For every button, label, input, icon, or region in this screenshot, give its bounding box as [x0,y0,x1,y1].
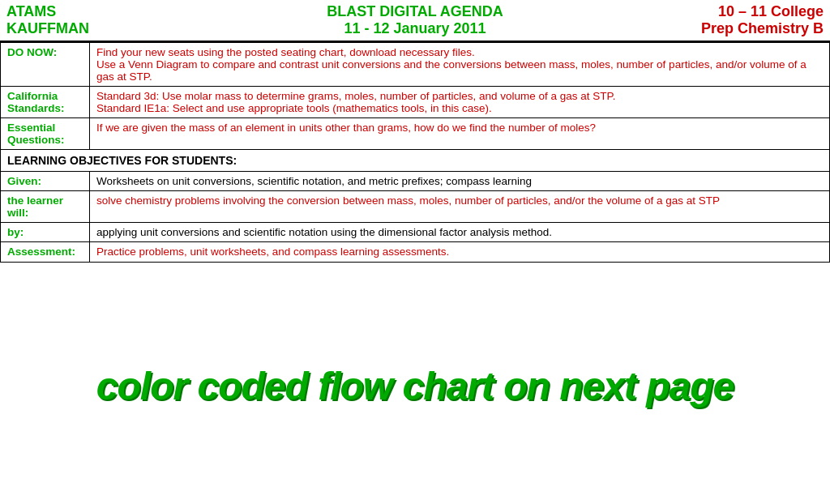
footer: color coded flow chart on next page [0,263,830,505]
do-now-label: DO NOW: [1,43,90,87]
header-center: BLAST DIGITAL AGENDA 11 - 12 January 201… [279,3,551,37]
standards-row: CaliforniaStandards: Standard 3d: Use mo… [1,87,830,118]
header-school: ATAMS [6,3,279,20]
assessment-label: Assessment: [1,242,90,262]
header-right: 10 – 11 College Prep Chemistry B [551,3,824,37]
learner-will-content: solve chemistry problems involving the c… [90,191,830,223]
assessment-content: Practice problems, unit worksheets, and … [90,242,830,262]
by-content: applying unit conversions and scientific… [90,223,830,242]
learner-will-label: the learnerwill: [1,191,90,223]
do-now-row: DO NOW: Find your new seats using the po… [1,43,830,87]
standards-content: Standard 3d: Use molar mass to determine… [90,87,830,118]
header-class: Prep Chemistry B [701,20,824,37]
learner-will-row: the learnerwill: solve chemistry problem… [1,191,830,223]
header-left: ATAMS KAUFFMAN [6,3,279,37]
footer-text: color coded flow chart on next page [96,364,734,408]
header-date: 11 - 12 January 2011 [344,20,486,37]
essential-questions-row: EssentialQuestions: If we are given the … [1,118,830,150]
do-now-content: Find your new seats using the posted sea… [90,43,830,87]
given-content: Worksheets on unit conversions, scientif… [90,172,830,191]
page-wrapper: ATAMS KAUFFMAN BLAST DIGITAL AGENDA 11 -… [0,0,830,504]
objectives-header-cell: LEARNING OBJECTIVES FOR STUDENTS: [1,150,830,172]
by-row: by: applying unit conversions and scient… [1,223,830,242]
agenda-table: DO NOW: Find your new seats using the po… [0,42,830,263]
header: ATAMS KAUFFMAN BLAST DIGITAL AGENDA 11 -… [0,0,830,42]
standards-label: CaliforniaStandards: [1,87,90,118]
essential-questions-label: EssentialQuestions: [1,118,90,150]
header-teacher: KAUFFMAN [6,20,279,37]
given-label: Given: [1,172,90,191]
objectives-header-text: LEARNING OBJECTIVES FOR STUDENTS: [7,154,237,167]
by-label: by: [1,223,90,242]
header-agenda-title: BLAST DIGITAL AGENDA [327,3,503,20]
header-grade: 10 – 11 College [718,3,824,20]
objectives-header-row: LEARNING OBJECTIVES FOR STUDENTS: [1,150,830,172]
given-row: Given: Worksheets on unit conversions, s… [1,172,830,191]
assessment-row: Assessment: Practice problems, unit work… [1,242,830,262]
essential-questions-content: If we are given the mass of an element i… [90,118,830,150]
